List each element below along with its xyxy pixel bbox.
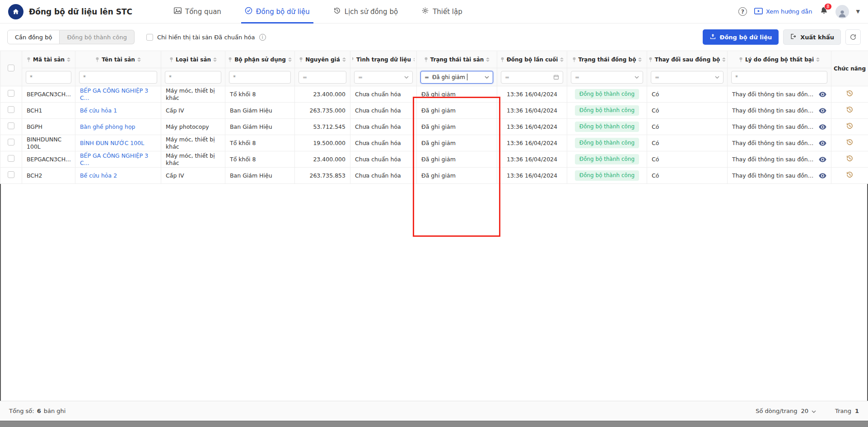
col-header-loai-tai-san[interactable]: Loại tài sản — [161, 51, 225, 68]
sort-icon[interactable] — [486, 57, 490, 62]
eye-icon[interactable] — [819, 157, 826, 162]
filter-select-thay-doi-sau-dong-bo[interactable]: = — [651, 71, 723, 84]
notifications-button[interactable]: 8 — [820, 6, 828, 17]
col-header-thay-doi-sau-dong-bo[interactable]: Thay đổi sau đồng bộ — [647, 51, 728, 68]
sort-icon[interactable] — [560, 57, 564, 62]
guide-link[interactable]: Xem hướng dẫn — [754, 8, 812, 16]
refresh-button[interactable] — [845, 29, 861, 45]
sort-icon[interactable] — [342, 57, 346, 62]
eye-icon[interactable] — [819, 124, 826, 130]
filter-input-ma-tai-san[interactable]: * — [26, 71, 71, 84]
filter-select-trang-thai-tai-san[interactable]: = Đã ghi giảm — [420, 71, 493, 84]
row-checkbox[interactable] — [8, 122, 14, 129]
history-icon[interactable] — [846, 122, 854, 130]
sync-data-button[interactable]: Đồng bộ dữ liệu — [703, 29, 779, 45]
col-header-nguyen-gia[interactable]: Nguyên giá — [295, 51, 350, 68]
col-header-trang-thai-dong-bo[interactable]: Trạng thái đồng bộ — [567, 51, 647, 68]
filter-select-tinh-trang-du-lieu[interactable]: = — [354, 71, 413, 84]
tab-thiet-lap[interactable]: Thiết lập — [421, 0, 462, 23]
chevron-down-icon[interactable]: ▼ — [856, 9, 860, 14]
sort-icon[interactable] — [638, 57, 642, 62]
pin-icon[interactable] — [27, 57, 31, 62]
filter-date-dong-bo-lan-cuoi[interactable]: = — [501, 71, 563, 84]
sort-icon[interactable] — [137, 57, 141, 62]
standardized-checkbox[interactable] — [146, 34, 153, 41]
page-number[interactable]: 1 — [855, 408, 859, 414]
tab-lich-su-dong-bo[interactable]: Lịch sử đồng bộ — [333, 0, 398, 23]
col-header-dong-bo-lan-cuoi[interactable]: Đồng bộ lần cuối — [497, 51, 567, 68]
row-checkbox[interactable] — [8, 171, 14, 178]
row-checkbox[interactable] — [8, 139, 14, 145]
pin-icon[interactable] — [228, 57, 232, 62]
sort-icon[interactable] — [722, 57, 725, 62]
eye-icon[interactable] — [819, 108, 826, 113]
cell-sync-status: Đồng bộ thành công — [567, 103, 647, 119]
cell-fail-reason: Thay đổi thông tin sau đồng ... — [728, 151, 831, 168]
avatar[interactable] — [835, 5, 849, 19]
sort-icon[interactable] — [413, 57, 415, 62]
pin-icon[interactable] — [739, 57, 743, 62]
filter-can-dong-bo-button[interactable]: Cần đồng bộ — [7, 30, 60, 44]
cell-asset-code: BCH1 — [22, 103, 75, 119]
select-all-checkbox[interactable] — [8, 65, 14, 71]
tab-dong-bo-du-lieu[interactable]: Đồng bộ dữ liệu — [245, 0, 310, 23]
history-icon[interactable] — [846, 138, 854, 146]
asset-name-link[interactable]: BÌNH ĐUN NƯỚC 100L — [80, 140, 144, 146]
row-checkbox[interactable] — [8, 155, 14, 162]
eye-icon[interactable] — [819, 92, 826, 97]
filter-dong-bo-thanh-cong-button[interactable]: Đồng bộ thành công — [60, 30, 135, 44]
history-icon[interactable] — [846, 89, 854, 97]
history-icon[interactable] — [846, 155, 854, 162]
cell-asset-name: BÌNH ĐUN NƯỚC 100L — [75, 135, 161, 151]
filter-input-ten-tai-san[interactable]: * — [79, 71, 157, 84]
col-header-trang-thai-tai-san[interactable]: Trạng thái tài sản — [417, 51, 497, 68]
pin-icon[interactable] — [299, 57, 303, 62]
filter-ma-tai-san: * — [22, 68, 75, 86]
history-icon[interactable] — [846, 106, 854, 113]
help-icon[interactable]: ? — [738, 7, 747, 16]
filter-select-trang-thai-dong-bo[interactable]: = — [571, 71, 643, 84]
eye-icon[interactable] — [819, 173, 826, 178]
cell-asset-code: BGPH — [22, 119, 75, 135]
eye-icon[interactable] — [819, 141, 826, 146]
chevron-down-icon — [715, 76, 719, 79]
rows-per-page-select[interactable]: 20 — [801, 408, 817, 414]
col-header-ma-tai-san[interactable]: Mã tài sản — [22, 51, 75, 68]
row-checkbox[interactable] — [8, 90, 14, 97]
col-header-ten-tai-san[interactable]: Tên tài sản — [75, 51, 161, 68]
sync-status-badge: Đồng bộ thành công — [575, 138, 639, 148]
pin-icon[interactable] — [649, 57, 653, 62]
filter-input-nguyen-gia[interactable]: = — [299, 71, 346, 84]
cell-asset-code: BINHDUNNC 100L — [22, 135, 75, 151]
asset-name-link[interactable]: Bể cứu hỏa 2 — [80, 172, 117, 179]
pin-icon[interactable] — [500, 57, 504, 62]
col-header-tinh-trang-du-lieu[interactable]: Tình trạng dữ liệu — [350, 51, 417, 68]
pin-icon[interactable] — [95, 57, 99, 62]
asset-name-link[interactable]: Bàn ghế phòng họp — [80, 123, 135, 130]
pin-icon[interactable] — [169, 57, 173, 62]
asset-name-link[interactable]: BẾP GA CÔNG NGHIỆP 3 C... — [80, 152, 148, 166]
pin-icon[interactable] — [424, 57, 428, 62]
asset-name-link[interactable]: Bể cứu hỏa 1 — [80, 107, 117, 114]
history-icon[interactable] — [846, 171, 854, 178]
footer-bar: Tổng số: 6 bản ghi Số dòng/trang 20 Tran… — [0, 401, 868, 421]
export-button[interactable]: Xuất khẩu — [783, 29, 841, 45]
sort-icon[interactable] — [213, 57, 217, 62]
row-checkbox[interactable] — [8, 106, 14, 113]
col-header-ly-do-that-bai[interactable]: Lý do đồng bộ thất bại — [728, 51, 831, 68]
upload-icon — [709, 33, 716, 41]
pin-icon[interactable] — [572, 57, 576, 62]
standardized-only-filter[interactable]: Chỉ hiển thị tài sản Đã chuẩn hóa i — [146, 34, 266, 41]
pin-icon[interactable] — [352, 57, 354, 62]
sync-status-badge: Đồng bộ thành công — [575, 122, 639, 132]
asset-name-link[interactable]: BẾP GA CÔNG NGHIỆP 3 C... — [80, 87, 148, 101]
sort-icon[interactable] — [288, 57, 292, 62]
filter-input-ly-do-that-bai[interactable]: * — [731, 71, 827, 84]
filter-input-loai-tai-san[interactable]: * — [165, 71, 221, 84]
col-header-bo-phan-su-dung[interactable]: Bộ phận sử dụng — [225, 51, 295, 68]
table-row: BEPGACN3CH... BẾP GA CÔNG NGHIỆP 3 C... … — [0, 151, 868, 168]
tab-tong-quan[interactable]: Tổng quan — [174, 0, 221, 23]
filter-input-bo-phan-su-dung[interactable]: * — [229, 71, 291, 84]
sort-icon[interactable] — [816, 57, 820, 62]
sort-icon[interactable] — [67, 57, 70, 62]
